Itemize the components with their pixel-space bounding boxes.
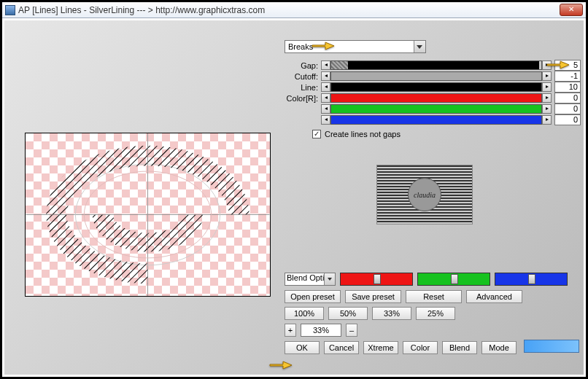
slider-track[interactable] [330, 82, 542, 92]
zoom-plus-button[interactable]: + [285, 324, 296, 337]
save-preset-button[interactable]: Save preset [345, 290, 401, 303]
brand-logo-text: claudia [408, 178, 441, 211]
param-row-5: ◂▸0 [285, 114, 581, 125]
create-lines-checkbox[interactable]: ✓ [312, 130, 321, 138]
param-row-4: ◂▸0 [285, 103, 581, 114]
zoom-25pct-button[interactable]: 25% [416, 307, 455, 320]
param-label: Cutoff: [285, 72, 321, 81]
slider-left-button[interactable]: ◂ [321, 104, 330, 114]
slider-right-button[interactable]: ▸ [542, 115, 552, 125]
preset-row: Open preset Save preset Reset Advanced [285, 290, 584, 303]
slider-left-button[interactable]: ◂ [321, 115, 330, 125]
advanced-button[interactable]: Advanced [466, 290, 522, 303]
param-panel: Breaks Gap:◂▸5Cutoff:◂▸-1Line:◂▸10Color[… [285, 39, 581, 138]
ok-button[interactable]: OK [285, 341, 320, 354]
slider-right-button[interactable]: ▸ [542, 93, 552, 103]
mode-button[interactable]: Mode [481, 341, 517, 354]
slider-track[interactable] [330, 93, 542, 103]
slider-right-button[interactable]: ▸ [542, 104, 552, 114]
slider-right-button[interactable]: ▸ [542, 71, 552, 81]
client-area: Breaks Gap:◂▸5Cutoff:◂▸-1Line:◂▸10Color[… [4, 20, 584, 375]
param-row-0: Gap:◂▸5 [285, 60, 581, 71]
cancel-button[interactable]: Cancel [324, 341, 359, 354]
rgb-slider-b[interactable] [495, 273, 568, 286]
breaks-dropdown[interactable]: Breaks [285, 40, 426, 53]
slider-value[interactable]: -1 [554, 71, 581, 82]
slider-knob[interactable] [528, 274, 535, 284]
color-button[interactable]: Color [403, 341, 438, 354]
slider-knob[interactable] [374, 274, 381, 284]
xtreme-button[interactable]: Xtreme [363, 341, 398, 354]
reset-button[interactable]: Reset [406, 290, 462, 303]
zoom-minus-button[interactable]: – [346, 324, 357, 337]
param-row-2: Line:◂▸10 [285, 82, 581, 93]
preview-pane [25, 133, 271, 297]
app-icon [5, 5, 15, 15]
window-title: AP [Lines] Lines - SilverLining --- > ht… [18, 5, 560, 15]
slider-knob[interactable] [451, 274, 458, 284]
blend-mode-label: Blend Opti [287, 273, 324, 282]
blend-mode-select[interactable]: Blend Opti [285, 273, 336, 286]
param-label: Line: [285, 83, 321, 92]
slider-value[interactable]: 5 [554, 60, 581, 71]
slider-track[interactable] [330, 71, 542, 81]
breaks-dropdown-label: Breaks [288, 42, 313, 51]
slider-track[interactable] [330, 60, 542, 70]
blend-button[interactable]: Blend [442, 341, 477, 354]
create-lines-label: Create lines not gaps [325, 130, 401, 138]
zoom-input[interactable]: 33% [301, 324, 341, 337]
slider-left-button[interactable]: ◂ [321, 93, 330, 103]
slider-value[interactable]: 10 [554, 82, 581, 93]
slider-right-button[interactable]: ▸ [542, 60, 552, 70]
slider-track[interactable] [330, 104, 542, 114]
hint-hand-icon [268, 357, 295, 372]
slider-value[interactable]: 0 [554, 114, 581, 125]
app-window: AP [Lines] Lines - SilverLining --- > ht… [0, 0, 588, 379]
zoom-50pct-button[interactable]: 50% [328, 307, 368, 320]
zoom-100pct-button[interactable]: 100% [285, 307, 324, 320]
slider-value[interactable]: 0 [554, 93, 581, 103]
brand-logo: claudia [376, 165, 473, 224]
bottom-panel: Blend Opti Open preset Save preset Reset… [285, 273, 584, 358]
slider-right-button[interactable]: ▸ [542, 82, 552, 92]
slider-track[interactable] [330, 115, 542, 125]
param-label: Gap: [285, 61, 321, 70]
slider-value[interactable]: 0 [554, 103, 581, 114]
zoom-row: 100%50%33%25% [285, 307, 584, 320]
zoom-33pct-button[interactable]: 33% [372, 307, 411, 320]
preview-art [26, 133, 270, 296]
color-swatch[interactable] [524, 340, 579, 353]
open-preset-button[interactable]: Open preset [285, 290, 341, 303]
param-row-1: Cutoff:◂▸-1 [285, 71, 581, 82]
close-button[interactable] [560, 4, 583, 16]
slider-left-button[interactable]: ◂ [321, 60, 330, 70]
param-label: Color[R]: [285, 94, 321, 103]
rgb-slider-r[interactable] [340, 273, 413, 286]
slider-left-button[interactable]: ◂ [321, 71, 330, 81]
slider-left-button[interactable]: ◂ [321, 82, 330, 92]
rgb-slider-g[interactable] [417, 273, 490, 286]
param-row-3: Color[R]:◂▸0 [285, 93, 581, 103]
titlebar[interactable]: AP [Lines] Lines - SilverLining --- > ht… [2, 2, 586, 18]
